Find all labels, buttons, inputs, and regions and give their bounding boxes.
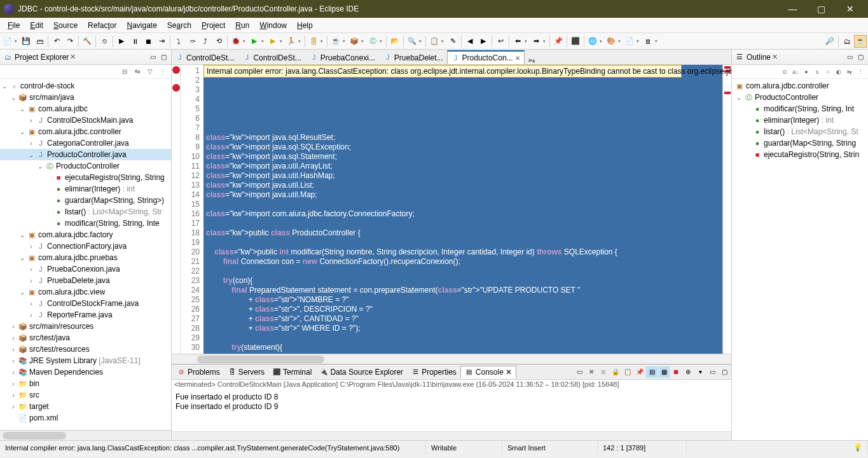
close-view-icon[interactable]: ✕: [70, 53, 76, 61]
hide-local-icon[interactable]: ◐: [834, 67, 844, 77]
close-tab-icon[interactable]: ✕: [515, 55, 520, 62]
menu-project[interactable]: Project: [196, 19, 230, 32]
new-java-project-icon[interactable]: ☕: [329, 35, 342, 48]
suspend-icon[interactable]: ⏸: [128, 35, 141, 48]
save-button[interactable]: 💾: [20, 35, 32, 48]
terminal-button[interactable]: ⬛: [569, 35, 582, 48]
minimize-view-icon[interactable]: ▭: [148, 52, 158, 62]
pin-console-icon[interactable]: 📌: [634, 366, 645, 378]
minimize-view-icon[interactable]: ▭: [844, 52, 855, 62]
console-horizontal-scrollbar[interactable]: [172, 431, 731, 440]
console-output[interactable]: Fue insertado el producto ID 8Fue insert…: [172, 391, 731, 431]
open-type-icon[interactable]: 📂: [389, 35, 401, 48]
editor-tab[interactable]: JControlDeSt...: [238, 50, 305, 64]
outline-tree[interactable]: ▣com.alura.jdbc.controller ⌄ⒸProductoCon…: [732, 79, 868, 440]
back-icon[interactable]: ⬅: [511, 35, 524, 48]
forward-icon[interactable]: ➡: [530, 35, 542, 48]
debug-button[interactable]: 🐞: [230, 35, 242, 48]
new-jsp-icon[interactable]: 📄: [623, 35, 636, 48]
close-view-icon[interactable]: ✕: [772, 53, 778, 61]
tab-terminal[interactable]: ⬛Terminal: [268, 366, 315, 378]
view-menu-icon[interactable]: ⋮: [855, 67, 865, 77]
quick-access-icon[interactable]: 🔎: [823, 35, 836, 48]
step-return-icon[interactable]: ⤴: [199, 35, 212, 48]
menu-source[interactable]: Source: [48, 19, 83, 32]
new-css-icon[interactable]: 🎨: [605, 35, 617, 48]
toggle-mark-icon[interactable]: ✎: [446, 35, 459, 48]
maximize-view-icon[interactable]: ▢: [158, 52, 169, 62]
tab-servers[interactable]: 🗄Servers: [224, 366, 268, 378]
search-icon[interactable]: 🔍: [406, 35, 418, 48]
tab-dse[interactable]: 🔌Data Source Explorer: [315, 366, 407, 378]
build-button[interactable]: 🔨: [81, 35, 93, 48]
maximize-view-icon[interactable]: ▢: [855, 52, 865, 62]
menu-edit[interactable]: Edit: [25, 19, 48, 32]
editor-tab-active[interactable]: JProductoCon...✕: [447, 50, 525, 64]
terminate-console-icon[interactable]: ⏹: [670, 366, 682, 378]
filter-icon[interactable]: ▽: [144, 66, 156, 78]
skip-breakpoints-icon[interactable]: ⦸: [98, 35, 111, 48]
menu-file[interactable]: File: [3, 19, 25, 32]
menu-run[interactable]: Run: [230, 19, 254, 32]
display-selected-icon[interactable]: ▤: [646, 366, 658, 378]
show-on-output-icon[interactable]: 📋: [622, 366, 633, 378]
menu-refactor[interactable]: Refactor: [83, 19, 121, 32]
editor-horizontal-scrollbar[interactable]: [172, 354, 731, 364]
new-package-icon[interactable]: 📦: [348, 35, 361, 48]
java-perspective-icon[interactable]: ☕: [854, 35, 867, 48]
drop-frame-icon[interactable]: ⟲: [212, 35, 225, 48]
editor-tab[interactable]: JPruebaConexi...: [305, 50, 380, 64]
remove-all-icon[interactable]: ⦻: [598, 366, 609, 378]
hide-static-icon[interactable]: s: [812, 67, 822, 77]
new-class-icon[interactable]: Ⓒ: [366, 35, 379, 48]
step-into-icon[interactable]: ⤵: [172, 35, 185, 48]
open-task-icon[interactable]: 📋: [428, 35, 441, 48]
annotation-next-icon[interactable]: ▶: [477, 35, 490, 48]
error-marker-icon[interactable]: [172, 84, 180, 92]
tab-properties[interactable]: ☰Properties: [407, 366, 460, 378]
tab-console[interactable]: ▤Console✕: [460, 366, 516, 378]
pin-editor-icon[interactable]: 📌: [552, 35, 565, 48]
overview-ruler[interactable]: [722, 65, 731, 354]
console-menu-icon[interactable]: ▾: [694, 366, 706, 378]
tab-problems[interactable]: ⊘Problems: [173, 366, 224, 378]
remove-launch-icon[interactable]: ✖: [586, 366, 597, 378]
maximize-panel-icon[interactable]: ▢: [719, 366, 730, 378]
coverage-button[interactable]: ▶: [266, 35, 279, 48]
menu-search[interactable]: Search: [162, 19, 196, 32]
clear-console-icon[interactable]: ▭: [574, 366, 585, 378]
new-web-icon[interactable]: 🌐: [586, 35, 599, 48]
redo-button[interactable]: ↷: [64, 35, 76, 48]
scroll-lock-icon[interactable]: 🔒: [610, 366, 621, 378]
menu-window[interactable]: Window: [254, 19, 292, 32]
view-menu-icon[interactable]: ⋮: [157, 66, 169, 78]
run-last-button[interactable]: 🏃: [285, 35, 298, 48]
disconnect-icon[interactable]: ⇥: [155, 35, 168, 48]
minimize-button[interactable]: —: [778, 0, 807, 18]
close-tab-icon[interactable]: ✕: [506, 368, 512, 377]
open-perspective-icon[interactable]: 🗂: [841, 35, 853, 48]
sort-icon[interactable]: a↓: [790, 67, 801, 77]
code-editor[interactable]: 1234567891011121314151617181920212223242…: [172, 65, 731, 354]
menu-navigate[interactable]: Navigate: [121, 19, 162, 32]
close-window-button[interactable]: ✕: [836, 0, 864, 18]
new-server-icon[interactable]: 🗄: [307, 35, 320, 48]
project-tree[interactable]: ⌄⬨control-de-stock ⌄📦src/main/java ⌄▣com…: [0, 79, 171, 430]
more-tabs-button[interactable]: »₂: [525, 56, 539, 64]
menu-help[interactable]: Help: [292, 19, 318, 32]
run-button[interactable]: ▶: [248, 35, 261, 48]
minimize-panel-icon[interactable]: ▭: [706, 366, 718, 378]
focus-icon[interactable]: ⊙: [780, 67, 790, 77]
hide-nonpublic-icon[interactable]: ○: [823, 67, 833, 77]
editor-tab[interactable]: JPruebaDelet...: [379, 50, 448, 64]
undo-button[interactable]: ↶: [50, 35, 63, 48]
step-over-icon[interactable]: ⤼: [186, 35, 198, 48]
open-console-icon[interactable]: ▦: [658, 366, 670, 378]
new-button[interactable]: 📄: [1, 35, 14, 48]
editor-tab[interactable]: JControlDeSt...: [171, 50, 238, 64]
pe-horizontal-scrollbar[interactable]: [0, 430, 171, 440]
last-edit-icon[interactable]: ↩: [494, 35, 507, 48]
terminate-icon[interactable]: ⏹: [142, 35, 155, 48]
collapse-all-icon[interactable]: ⊟: [119, 66, 130, 78]
annotation-prev-icon[interactable]: ◀: [464, 35, 476, 48]
